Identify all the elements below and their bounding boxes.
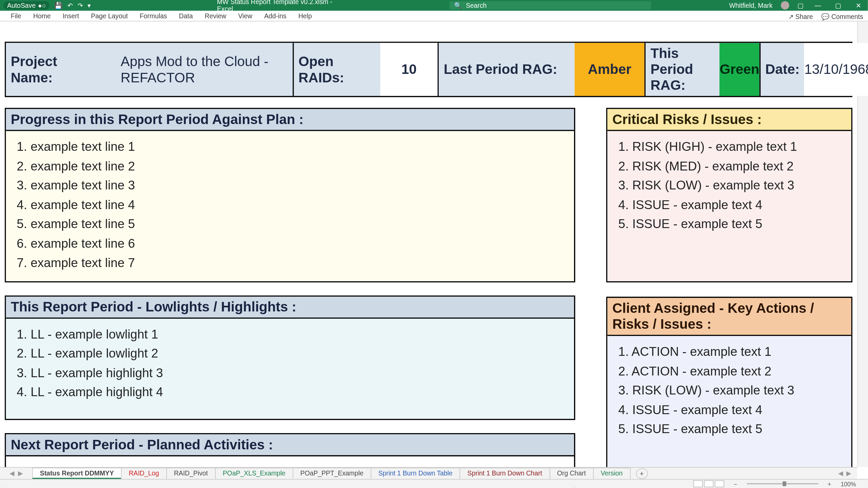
list-item[interactable]: 1. example text line 1 [17, 137, 564, 156]
tab-page-layout[interactable]: Page Layout [85, 11, 134, 21]
last-rag-value: Amber [575, 43, 645, 96]
this-rag-value: Green [720, 43, 760, 96]
risks-title: Critical Risks / Issues : [608, 109, 851, 131]
hscroll-left-icon[interactable]: ◀ [838, 469, 843, 477]
risks-panel[interactable]: Critical Risks / Issues : 1. RISK (HIGH)… [606, 108, 852, 282]
tab-data[interactable]: Data [173, 11, 199, 21]
tab-view[interactable]: View [232, 11, 258, 21]
tab-nav-next-icon[interactable]: ▶ [18, 469, 23, 477]
list-item[interactable]: 1. LL - example lowlight 1 [17, 325, 564, 344]
list-item[interactable]: 4. ISSUE - example text 4 [618, 400, 841, 420]
open-raids-value: 10 [380, 43, 438, 96]
comments-button[interactable]: 💬 Comments [821, 13, 863, 21]
sheet-tab[interactable]: Sprint 1 Burn Down Table [371, 468, 460, 479]
zoom-out-icon[interactable]: − [734, 481, 737, 487]
list-item[interactable]: 1. RISK (HIGH) - example text 1 [618, 137, 841, 156]
tab-addins[interactable]: Add-ins [258, 11, 293, 21]
client-panel[interactable]: Client Assigned - Key Actions / Risks / … [606, 297, 852, 475]
tab-nav-prev-icon[interactable]: ◀ [9, 469, 14, 477]
autosave-switch-icon: ●○ [38, 2, 46, 9]
list-item[interactable]: 1. ACTION - example text 1 [618, 342, 841, 361]
client-body[interactable]: 1. ACTION - example text 12. ACTION - ex… [608, 336, 851, 474]
last-rag-cell[interactable]: Last Period RAG: Amber [439, 43, 646, 96]
tab-review[interactable]: Review [199, 11, 232, 21]
share-button[interactable]: ↗ Share [788, 13, 813, 21]
planned-title: Next Report Period - Planned Activities … [6, 434, 574, 456]
progress-panel[interactable]: Progress in this Report Period Against P… [5, 108, 575, 282]
list-item[interactable]: 2. LL - example lowlight 2 [17, 344, 564, 363]
view-page-break-button[interactable] [714, 480, 724, 487]
project-name-cell[interactable]: Project Name: Apps Mod to the Cloud - RE… [6, 43, 294, 96]
project-name-label: Project Name: [11, 53, 79, 85]
avatar[interactable] [781, 1, 789, 10]
list-item[interactable]: 5. ISSUE - example text 5 [618, 215, 841, 234]
list-item[interactable]: 3. example text line 3 [17, 176, 564, 195]
sheet-tab[interactable]: RAID_Log [121, 468, 167, 479]
list-item[interactable]: 7. example text line 7 [17, 253, 564, 273]
list-item[interactable]: 3. LL - example highlight 3 [17, 363, 564, 383]
search-input[interactable]: 🔍 Search [449, 1, 651, 10]
tab-file[interactable]: File [5, 11, 27, 21]
maximize-button[interactable]: ▢ [832, 1, 844, 9]
sheet-tab[interactable]: Status Report DDMMYY [32, 468, 122, 479]
tab-formulas[interactable]: Formulas [134, 11, 173, 21]
tab-help[interactable]: Help [292, 11, 318, 21]
header-row: Project Name: Apps Mod to the Cloud - RE… [5, 42, 852, 97]
undo-icon[interactable]: ↶ [67, 1, 73, 9]
sheet-tab[interactable]: POaP_XLS_Example [215, 468, 293, 479]
list-item[interactable]: 2. RISK (MED) - example text 2 [618, 157, 841, 176]
search-placeholder: Search [466, 2, 487, 9]
list-item[interactable]: 4. LL - example highlight 4 [17, 383, 564, 402]
list-item[interactable]: 5. example text line 5 [17, 215, 564, 234]
view-normal-button[interactable] [693, 480, 703, 487]
sheet-tab[interactable]: Version [593, 468, 630, 479]
date-value: 13/10/1968 [804, 43, 868, 96]
lowhigh-title: This Report Period - Lowlights / Highlig… [6, 297, 574, 319]
sheet-tab[interactable]: POaP_PPT_Example [293, 468, 371, 479]
list-item[interactable]: 3. RISK (LOW) - example text 3 [618, 176, 841, 195]
risks-body[interactable]: 1. RISK (HIGH) - example text 12. RISK (… [608, 131, 851, 281]
sheet-tab[interactable]: RAID_Pivot [166, 468, 216, 479]
title-bar: AutoSave ●○ 💾 ↶ ↷ ▾ MW Status Report Tem… [0, 0, 868, 11]
this-rag-date-cell[interactable]: This Period RAG: Green Date: 13/10/1968 [646, 43, 851, 96]
progress-title: Progress in this Report Period Against P… [6, 109, 574, 131]
list-item[interactable]: 3. RISK (LOW) - example text 3 [618, 381, 841, 400]
sheet-tabs-bar: ◀ ▶ Status Report DDMMYYRAID_LogRAID_Piv… [0, 467, 857, 479]
progress-body[interactable]: 1. example text line 12. example text li… [6, 131, 574, 281]
zoom-in-icon[interactable]: + [828, 481, 831, 487]
sheet-tab[interactable]: Org Chart [549, 468, 594, 479]
worksheet[interactable]: Project Name: Apps Mod to the Cloud - RE… [0, 39, 857, 456]
status-bar: − + 100% [0, 479, 868, 488]
sheet-tab[interactable]: Sprint 1 Burn Down Chart [460, 468, 550, 479]
open-raids-cell[interactable]: Open RAIDs: 10 [294, 43, 439, 96]
close-button[interactable]: ✕ [852, 1, 864, 9]
tab-home[interactable]: Home [27, 11, 57, 21]
user-name[interactable]: Whitfield, Mark [729, 2, 772, 9]
list-item[interactable]: 2. example text line 2 [17, 157, 564, 176]
autosave-toggle[interactable]: AutoSave ●○ [4, 1, 50, 10]
list-item[interactable]: 4. ISSUE - example text 4 [618, 195, 841, 215]
autosave-label: AutoSave [7, 2, 36, 9]
minimize-button[interactable]: — [812, 2, 824, 9]
add-sheet-button[interactable]: + [636, 468, 648, 479]
zoom-percent[interactable]: 100% [841, 481, 856, 487]
list-item[interactable]: 5. ISSUE - example text 5 [618, 420, 841, 439]
hscroll-right-icon[interactable]: ▶ [846, 469, 851, 477]
zoom-slider[interactable] [747, 483, 818, 485]
client-title: Client Assigned - Key Actions / Risks / … [608, 298, 851, 336]
lowhigh-body[interactable]: 1. LL - example lowlight 12. LL - exampl… [6, 319, 574, 419]
list-item[interactable]: 6. example text line 6 [17, 234, 564, 253]
view-page-layout-button[interactable] [704, 480, 713, 487]
ribbon-display-icon[interactable]: ▢ [797, 1, 804, 9]
ribbon-tabs: File Home Insert Page Layout Formulas Da… [0, 11, 868, 22]
tab-insert[interactable]: Insert [57, 11, 85, 21]
list-item[interactable]: 4. example text line 4 [17, 195, 564, 215]
list-item[interactable]: 2. ACTION - example text 2 [618, 361, 841, 381]
lowhigh-panel[interactable]: This Report Period - Lowlights / Highlig… [5, 296, 575, 420]
this-rag-label: This Period RAG: [646, 43, 719, 96]
date-label: Date: [759, 43, 804, 96]
save-icon[interactable]: 💾 [54, 1, 63, 9]
redo-icon[interactable]: ↷ [78, 1, 83, 9]
qat-dropdown-icon[interactable]: ▾ [87, 1, 91, 9]
search-icon: 🔍 [454, 1, 462, 9]
